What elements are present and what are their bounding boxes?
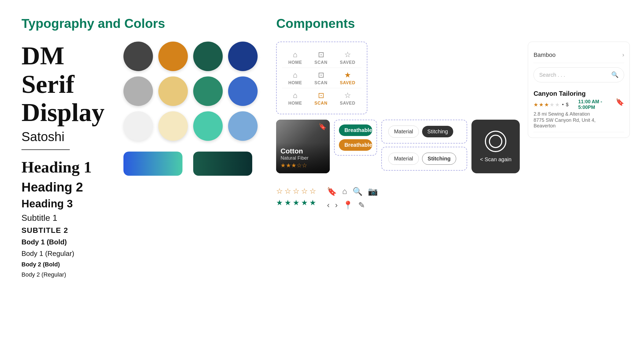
cotton-stars: ★★★☆☆ xyxy=(280,162,325,169)
tab-saved-label-2: SAVED xyxy=(340,80,355,85)
b-star-1: ★ xyxy=(533,101,538,108)
tab-saved-3[interactable]: ☆ SAVED xyxy=(340,91,355,106)
divider xyxy=(21,149,70,150)
tab-scan-label-2: SCAN xyxy=(314,80,328,85)
home-icon-3: ⌂ xyxy=(293,91,298,100)
tab-home-label-1: HOME xyxy=(288,60,302,65)
tab-row-3: ⌂ HOME ⊡ SCAN ☆ SAVED xyxy=(282,88,361,108)
color-light-gray xyxy=(123,76,153,106)
breathable-tag-green[interactable]: Breathable xyxy=(339,124,372,136)
body-1-regular-label: Body 1 (Regular) xyxy=(21,249,107,258)
color-light-blue xyxy=(228,111,258,141)
color-row-3 xyxy=(123,111,258,141)
star-f-4: ★ xyxy=(301,198,308,207)
color-white xyxy=(123,111,153,141)
tab-scan-3[interactable]: ⊡ SCAN xyxy=(314,91,328,106)
bookmark-icon[interactable]: 🔖 xyxy=(319,123,327,130)
heading-3-label: Heading 3 xyxy=(21,198,107,210)
star-f-5: ★ xyxy=(309,198,316,207)
breathable-tags-card: Breathable Breathable xyxy=(334,120,377,156)
components-section: Components ⌂ HOME ⊡ SCAN xyxy=(276,16,630,322)
business-address: 8775 SW Canyon Rd, Unit 4, Beaverton xyxy=(533,117,610,129)
home-nav-icon[interactable]: ⌂ xyxy=(342,187,347,196)
icon-row-2: ‹ › 📍 ✎ xyxy=(327,200,378,210)
body-2-regular-label: Body 2 (Regular) xyxy=(21,271,107,278)
tab-row-1: ⌂ HOME ⊡ SCAN ☆ SAVED xyxy=(282,47,361,68)
color-gold xyxy=(158,42,188,71)
search-box[interactable]: Search . . . 🔍 xyxy=(533,67,624,82)
tab-home-2[interactable]: ⌂ HOME xyxy=(288,71,302,85)
breathable-tag-gold[interactable]: Breathable xyxy=(339,139,372,151)
cotton-overlay: Cotton Natural Fiber ★★★☆☆ xyxy=(276,143,330,173)
star-1: ☆ xyxy=(276,187,283,196)
business-stars: ★ ★ ★ ★ ★ xyxy=(533,101,560,108)
b-star-5: ★ xyxy=(555,101,560,108)
scan-again-label: < Scan again xyxy=(480,156,511,163)
tab-home-1[interactable]: ⌂ HOME xyxy=(288,50,302,65)
b-star-4: ★ xyxy=(550,101,554,108)
color-dark-teal xyxy=(193,42,223,71)
color-cream xyxy=(158,111,188,141)
heading-2-label: Heading 2 xyxy=(21,180,107,194)
color-cyan xyxy=(193,111,223,141)
gradient-blue-cyan xyxy=(123,152,182,176)
cotton-title: Cotton xyxy=(280,147,325,155)
search-list-card: Bamboo › Search . . . 🔍 Canyon Tailoring xyxy=(528,42,630,138)
tab-scan-1[interactable]: ⊡ SCAN xyxy=(314,50,328,65)
search-nav-icon[interactable]: 🔍 xyxy=(353,187,363,196)
tab-home-label-2: HOME xyxy=(288,80,302,85)
home-icon-1: ⌂ xyxy=(293,50,298,59)
tab-saved-1[interactable]: ☆ SAVED xyxy=(340,50,355,65)
bottom-row: ☆ ☆ ☆ ☆ ☆ ★ ★ ★ ★ ★ xyxy=(276,187,520,210)
tab-home-label-3: HOME xyxy=(288,101,302,106)
scan-again-button[interactable]: < Scan again xyxy=(471,120,520,173)
saved-icon-3: ☆ xyxy=(344,91,351,100)
typography-list: DM Serif Display Satoshi Heading 1 Headi… xyxy=(21,42,107,278)
tab-home-3[interactable]: ⌂ HOME xyxy=(288,91,302,106)
star-ratings: ☆ ☆ ☆ ☆ ☆ ★ ★ ★ ★ ★ xyxy=(276,187,316,207)
camera-nav-icon[interactable]: 📷 xyxy=(368,187,378,196)
color-light-gold xyxy=(158,76,188,106)
body-2-bold-label: Body 2 (Bold) xyxy=(21,261,107,268)
business-detail: 2.8 mi Sewing & Alteration xyxy=(533,111,610,117)
chevron-right-icon: › xyxy=(622,52,624,58)
color-dark-blue xyxy=(228,42,258,71)
material-chip-1[interactable]: Material xyxy=(388,126,419,138)
material-row: 🔖 Cotton Natural Fiber ★★★☆☆ Breathable … xyxy=(276,120,520,173)
material-chip-2[interactable]: Material xyxy=(388,153,419,165)
stitching-chip-1[interactable]: Stitching xyxy=(422,126,453,137)
gradients-row xyxy=(123,152,258,176)
bamboo-list-item[interactable]: Bamboo › xyxy=(533,47,624,63)
bookmark-nav-icon[interactable]: 🔖 xyxy=(327,187,337,196)
tab-saved-2[interactable]: ★ SAVED xyxy=(340,71,355,85)
cotton-subtitle: Natural Fiber xyxy=(280,155,325,161)
edit-icon[interactable]: ✎ xyxy=(358,200,365,210)
stitching-chip-2[interactable]: Stitching xyxy=(422,153,456,165)
bottom-icons: 🔖 ⌂ 🔍 📷 ‹ › 📍 ✎ xyxy=(327,187,378,210)
heading-1-label: Heading 1 xyxy=(21,158,107,177)
star-f-1: ★ xyxy=(276,198,283,207)
gradient-dark-teal xyxy=(193,152,252,176)
ms-card-1: Material Stitching xyxy=(381,120,467,144)
scan-icon-3: ⊡ xyxy=(318,91,324,100)
business-card: Canyon Tailoring ★ ★ ★ ★ ★ • xyxy=(533,87,624,132)
body-1-bold-label: Body 1 (Bold) xyxy=(21,238,107,246)
business-hours: 11:00 AM - 5:00PM xyxy=(578,99,610,110)
star-5: ☆ xyxy=(309,187,316,196)
bookmark-business-icon[interactable]: 🔖 xyxy=(616,98,624,106)
star-2: ☆ xyxy=(284,187,291,196)
b-star-3: ★ xyxy=(544,101,549,108)
tab-scan-2[interactable]: ⊡ SCAN xyxy=(314,71,328,85)
tab-scan-label-3: SCAN xyxy=(314,101,328,106)
star-4: ☆ xyxy=(301,187,308,196)
back-icon[interactable]: ‹ xyxy=(327,200,330,210)
subtitle-2-label: SUBTITLE 2 xyxy=(21,226,107,235)
b-star-2: ★ xyxy=(539,101,544,108)
forward-icon[interactable]: › xyxy=(335,200,338,210)
price-label: $ xyxy=(566,102,569,108)
location-icon[interactable]: 📍 xyxy=(343,200,353,210)
star-row-filled: ★ ★ ★ ★ ★ xyxy=(276,198,316,207)
scan-icon-1: ⊡ xyxy=(318,50,324,59)
typography-section: Typography and Colors DM Serif Display S… xyxy=(21,16,255,322)
search-placeholder: Search . . . xyxy=(539,72,565,78)
